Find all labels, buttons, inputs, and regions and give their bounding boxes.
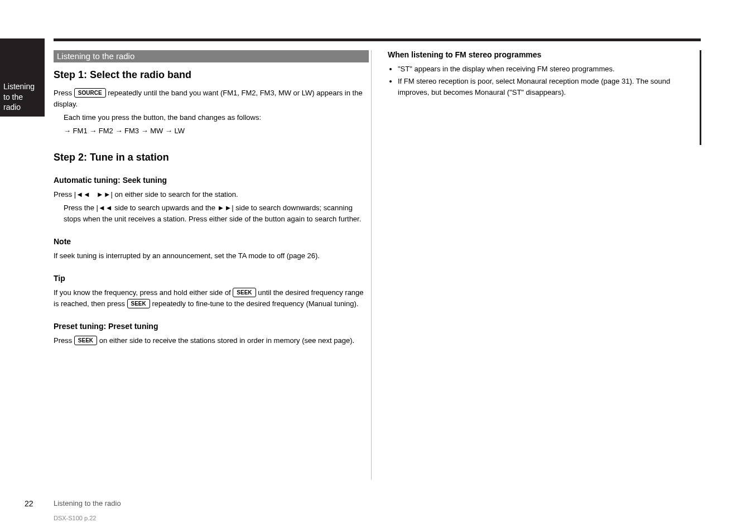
preset-heading: Preset tuning: Preset tuning (54, 322, 369, 331)
page-top-rule (54, 38, 701, 41)
seek-button-label: SEEK (233, 288, 256, 297)
tip-heading: Tip (54, 274, 369, 283)
skip-prev-icon: |◄◄ (97, 202, 113, 214)
step1-band-sequence: → FM1 → FM2 → FM3 → MW → LW (64, 125, 369, 137)
preset-text: Press SEEK on either side to receive the… (54, 335, 369, 346)
auto-tuning-p1: Press |◄◄ ►►| on either side to search f… (54, 189, 369, 200)
skip-next-icon: ►►| (97, 189, 113, 200)
side-tab-line1: Listening to the (3, 81, 41, 101)
page-number: 22 (25, 499, 33, 508)
step1-paragraph1: Press SOURCE repeatedly until the band y… (54, 88, 369, 110)
page-footer: Listening to the radio (54, 499, 121, 507)
skip-prev-icon: |◄◄ (74, 189, 90, 200)
auto-tuning-heading: Automatic tuning: Seek tuning (54, 176, 369, 185)
tip-text: If you know the frequency, press and hol… (54, 287, 369, 309)
section-header-text: Listening to the radio (57, 51, 134, 61)
auto-tuning-detail: Press the |◄◄ side to search upwards and… (64, 202, 369, 225)
seek-button-label: SEEK (127, 299, 150, 308)
source-button-label: SOURCE (74, 88, 106, 98)
doc-id: DSX-S100 p.22 (54, 515, 96, 521)
seek-button-label: SEEK (74, 336, 97, 345)
right-heading: When listening to FM stereo programmes (388, 50, 700, 59)
section-header-bar: Listening to the radio (54, 50, 369, 62)
step2-title: Step 2: Tune in a station (54, 152, 369, 163)
list-item: If FM stereo reception is poor, select M… (398, 76, 700, 98)
side-tab: Listening to the radio (0, 38, 45, 117)
list-item: "ST" appears in the display when receivi… (398, 64, 700, 75)
step1-title: Step 1: Select the radio band (54, 69, 369, 81)
left-column: Step 1: Select the radio band Press SOUR… (54, 69, 369, 349)
side-tab-line2: radio (3, 102, 41, 112)
column-divider (371, 50, 372, 480)
note-heading: Note (54, 237, 369, 246)
skip-next-icon: ►►| (218, 202, 234, 214)
note-text: If seek tuning is interrupted by an anno… (54, 250, 369, 262)
right-bullets: "ST" appears in the display when receivi… (398, 64, 700, 98)
step1-paragraph2: Each time you press the button, the band… (64, 112, 369, 123)
right-column: When listening to FM stereo programmes "… (388, 50, 700, 99)
